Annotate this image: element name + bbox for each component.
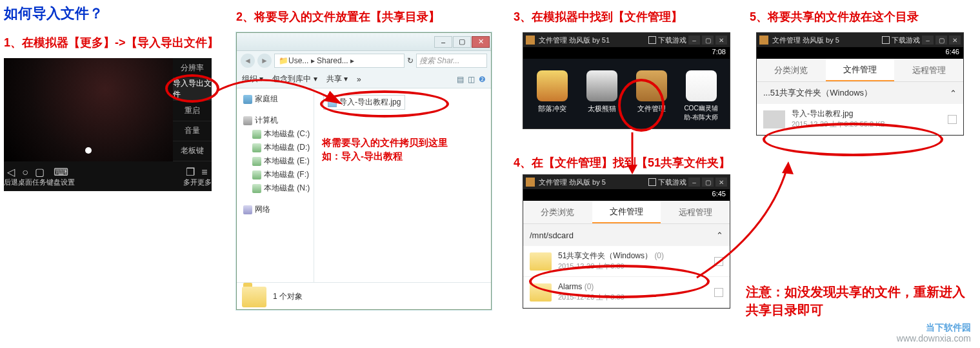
dock-multi-label: 多开 xyxy=(183,178,197,186)
app-icon xyxy=(526,36,535,45)
menu-restart[interactable]: 重启 xyxy=(173,101,212,121)
dock-more-label: 更多 xyxy=(197,178,212,186)
phone-step5: 文件管理 劲风版 by 5 下载游戏 –▢✕ 6:46 分类浏览 文件管理 远程… xyxy=(756,32,964,136)
address-path[interactable]: 📁 Use... ▸ Shared... ▸ xyxy=(274,54,405,68)
max-button[interactable]: ▢ xyxy=(702,36,714,45)
dock-tasks[interactable]: ▢任务 xyxy=(32,167,46,186)
view-icon[interactable]: ▤ xyxy=(457,75,464,84)
item-count: (0) xyxy=(654,251,664,260)
page-title: 如何导入文件？ xyxy=(4,4,103,23)
close-button[interactable]: ✕ xyxy=(715,178,727,187)
step-1-label: 1、在模拟器【更多】->【导入导出文件】 xyxy=(4,35,219,50)
menu-icon: ≡ xyxy=(197,167,212,178)
step-2-label: 2、将要导入的文件放置在【共享目录】 xyxy=(236,9,440,25)
dock-more[interactable]: ≡更多 xyxy=(197,167,212,186)
explorer-search[interactable]: 搜索 Shar... xyxy=(416,54,487,68)
phone3-titlebar: 文件管理 劲风版 by 51 下载游戏 –▢✕ xyxy=(523,33,730,47)
menu-boss-key[interactable]: 老板键 xyxy=(173,141,212,161)
dock-back[interactable]: ◁后退 xyxy=(4,167,18,186)
home-icon xyxy=(648,36,656,44)
phone3-status: 7:08 xyxy=(523,47,730,59)
dock-multi[interactable]: ❐多开 xyxy=(183,167,197,186)
toolbar-share[interactable]: 共享 ▾ xyxy=(326,74,348,85)
phone5-title: 文件管理 劲风版 by 5 xyxy=(772,36,839,45)
tree-disk-n[interactable]: 本地磁盘 (N:) xyxy=(239,181,311,195)
tree-disk-d[interactable]: 本地磁盘 (D:) xyxy=(239,141,311,154)
dock-desktop[interactable]: ○桌面 xyxy=(18,167,32,186)
minimize-button[interactable]: – xyxy=(434,36,452,48)
disk-icon xyxy=(252,130,261,139)
panda-icon xyxy=(586,70,617,101)
nav-back-icon[interactable]: ◄ xyxy=(241,54,255,68)
tree-disk-e[interactable]: 本地磁盘 (E:) xyxy=(239,154,311,168)
item-name: 导入-导出教程.jpg xyxy=(792,109,853,118)
toolbar-include[interactable]: 包含到库中 ▾ xyxy=(272,74,317,85)
tree-network[interactable]: 网络 xyxy=(239,203,311,216)
preview-icon[interactable]: ◫ xyxy=(468,75,475,84)
close-button[interactable]: ✕ xyxy=(715,36,727,45)
tree-label: 本地磁盘 (N:) xyxy=(264,183,310,194)
tab-filemgr[interactable]: 文件管理 xyxy=(592,201,661,223)
phone4-path[interactable]: /mnt/sdcard⌃ xyxy=(523,224,730,246)
checkbox[interactable] xyxy=(714,288,723,297)
close-button[interactable]: ✕ xyxy=(472,36,490,48)
min-button[interactable]: – xyxy=(688,178,700,187)
home-indicator xyxy=(85,147,92,154)
path-text: Use... ▸ Shared... ▸ xyxy=(288,56,354,65)
back-icon: ◁ xyxy=(4,167,18,178)
dock-keyboard[interactable]: ⌨键盘设置 xyxy=(46,167,75,186)
tree-computer[interactable]: 计算机 xyxy=(239,114,311,127)
checkbox[interactable] xyxy=(948,115,957,124)
phone5-tabs: 分类浏览 文件管理 远程管理 xyxy=(757,59,963,82)
max-button[interactable]: ▢ xyxy=(935,36,947,45)
max-button[interactable]: ▢ xyxy=(702,178,714,187)
watermark-cn: 当下软件园 xyxy=(926,322,971,333)
toolbar-more[interactable]: » xyxy=(357,75,361,84)
download-link[interactable]: 下载游戏 xyxy=(658,178,686,187)
help-icon[interactable]: ❷ xyxy=(479,75,486,84)
path-text: ...51共享文件夹（Windows） xyxy=(763,87,872,99)
toolbar-organize[interactable]: 组织 ▾ xyxy=(242,74,263,85)
tab-filemgr[interactable]: 文件管理 xyxy=(826,59,895,81)
tree-homegroup[interactable]: 家庭组 xyxy=(239,92,311,106)
phone5-path[interactable]: ...51共享文件夹（Windows）⌃ xyxy=(757,82,963,104)
dock-desktop-label: 桌面 xyxy=(18,178,32,186)
app-label: 太极熊猫 xyxy=(588,105,616,112)
checkbox[interactable] xyxy=(714,257,723,266)
disk-icon xyxy=(252,170,261,179)
explorer-address-bar: ◄ ► 📁 Use... ▸ Shared... ▸ ↻ 搜索 Shar... xyxy=(237,51,491,70)
home-icon xyxy=(648,178,656,186)
tree-label: 网络 xyxy=(255,204,270,215)
min-button[interactable]: – xyxy=(922,36,934,45)
note-text: 注意：如没发现共享的文件，重新进入共享目录即可 xyxy=(746,283,965,319)
tree-disk-c[interactable]: 本地磁盘 (C:) xyxy=(239,127,311,141)
keyboard-icon: ⌨ xyxy=(46,167,75,178)
nav-fwd-icon[interactable]: ► xyxy=(257,54,272,68)
emulator-screen xyxy=(4,58,173,161)
disk-icon xyxy=(252,157,261,166)
tab-category[interactable]: 分类浏览 xyxy=(757,59,826,81)
maximize-button[interactable]: ▢ xyxy=(453,36,471,48)
app-panda[interactable]: 太极熊猫 xyxy=(583,70,621,122)
app-icon xyxy=(526,178,535,187)
app-coc-helper[interactable]: COC幽灵辅助-布阵大师 xyxy=(682,70,721,122)
tree-label: 计算机 xyxy=(255,115,278,126)
menu-volume[interactable]: 音量 xyxy=(173,121,212,141)
tree-disk-f[interactable]: 本地磁盘 (F:) xyxy=(239,168,311,181)
tab-category[interactable]: 分类浏览 xyxy=(523,201,592,223)
phone4-title: 文件管理 劲风版 by 5 xyxy=(539,178,606,187)
min-button[interactable]: – xyxy=(688,36,700,45)
download-link[interactable]: 下载游戏 xyxy=(658,36,686,45)
disk-icon xyxy=(252,143,261,152)
refresh-icon[interactable]: ↻ xyxy=(407,56,414,65)
phone5-status: 6:46 xyxy=(757,47,963,59)
tree-label: 本地磁盘 (F:) xyxy=(264,169,309,180)
app-label: COC幽灵辅助-布阵大师 xyxy=(684,105,718,121)
tab-remote[interactable]: 远程管理 xyxy=(894,59,963,81)
close-button[interactable]: ✕ xyxy=(949,36,961,45)
tab-remote[interactable]: 远程管理 xyxy=(661,201,730,223)
step-3-label: 3、在模拟器中找到【文件管理】 xyxy=(514,9,683,25)
download-link[interactable]: 下载游戏 xyxy=(892,36,920,45)
app-clash[interactable]: 部落冲突 xyxy=(533,70,572,122)
chevron-up-icon: ⌃ xyxy=(716,230,723,240)
